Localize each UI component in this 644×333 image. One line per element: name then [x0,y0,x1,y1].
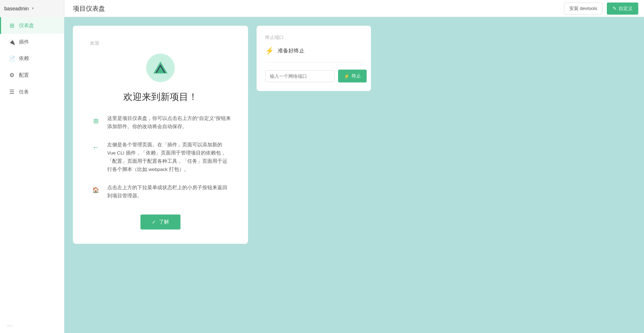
sidebar-item-dashboard-label: 仪表盘 [19,22,34,29]
plugins-icon: 🔌 [8,39,15,45]
deps-icon: 📄 [8,56,15,61]
main-content: 欢迎 欢迎来到新项目！ ⊞ 这里是项目仪表盘，你可以点击右上方的"自定义"按钮来… [64,17,644,333]
welcome-card: 欢迎 欢迎来到新项目！ ⊞ 这里是项目仪表盘，你可以点击右上方的"自定义"按钮来… [73,26,248,244]
config-icon: ⚙ [8,72,15,79]
terminal-card: 终止端口 ⚡ 准备好终止 ⚡ 终止 [257,26,371,91]
vue-logo [146,54,175,82]
sidebar-item-plugins[interactable]: 🔌 插件 [0,34,64,50]
terminal-section-label: 终止端口 [265,34,362,41]
status-text: 准备好终止 [278,47,304,54]
kill-lightning-icon: ⚡ [344,74,350,79]
check-icon: ✓ [152,219,156,225]
tip-text-2: 左侧是各个管理页面。在「插件」页面可以添加新的 Vue CLI 插件，「依赖」页… [107,141,231,174]
sidebar-item-config-label: 配置 [19,72,29,79]
install-devtools-button[interactable]: 安装 devtools [564,2,603,15]
welcome-section-label: 欢迎 [90,40,99,46]
sidebar-item-tasks-label: 任务 [19,89,29,95]
terminal-input-row: ⚡ 终止 [265,70,362,82]
tip-item-2: ← 左侧是各个管理页面。在「插件」页面可以添加新的 Vue CLI 插件，「依赖… [90,141,231,174]
tip-text-1: 这里是项目仪表盘，你可以点击右上方的"自定义"按钮来添加部件。你的改动将会自动保… [107,115,231,131]
project-selector[interactable]: baseadmin ▾ [0,0,64,17]
header-left: baseadmin ▾ 项目仪表盘 [0,0,105,17]
tip-arrow-icon: ← [90,142,101,153]
sidebar-more[interactable]: ... [0,316,64,333]
dashboard-icon: ⊞ [8,22,15,29]
status-lightning-icon: ⚡ [265,46,274,55]
project-selector-label: baseadmin [4,6,29,11]
header-right: 安装 devtools ✎ 自定义 [564,2,638,15]
tip-text-3: 点击左上方的下拉菜单或状态栏上的小房子按钮来返回到项目管理器。 [107,184,231,200]
sidebar-item-tasks[interactable]: ☰ 任务 [0,84,64,100]
tasks-icon: ☰ [8,89,15,95]
pencil-icon: ✎ [613,6,616,11]
terminal-status: ⚡ 准备好终止 [265,46,362,62]
sidebar-item-dashboard[interactable]: ⊞ 仪表盘 [0,17,64,34]
customize-button[interactable]: ✎ 自定义 [607,2,638,15]
chevron-down-icon: ▾ [32,6,34,11]
customize-label: 自定义 [619,5,633,12]
sidebar: ⊞ 仪表盘 🔌 插件 📄 依赖 ⚙ 配置 ☰ 任务 ... [0,17,64,333]
vue-logo-svg [153,60,168,76]
install-devtools-label: 安装 devtools [569,6,597,11]
sidebar-item-deps-label: 依赖 [19,55,29,62]
tip-dashboard-icon: ⊞ [90,115,101,127]
tip-home-icon: 🏠 [90,185,101,196]
got-it-button[interactable]: ✓ 了解 [140,215,180,229]
tip-item-3: 🏠 点击左上方的下拉菜单或状态栏上的小房子按钮来返回到项目管理器。 [90,184,231,200]
kill-button[interactable]: ⚡ 终止 [338,70,367,82]
sidebar-item-deps[interactable]: 📄 依赖 [0,50,64,67]
got-it-label: 了解 [159,219,169,225]
port-input[interactable] [265,70,335,82]
more-icon: ... [7,321,13,328]
kill-btn-label: 终止 [352,73,361,79]
sidebar-item-plugins-label: 插件 [19,39,29,45]
page-title: 项目仪表盘 [73,4,105,13]
app-body: ⊞ 仪表盘 🔌 插件 📄 依赖 ⚙ 配置 ☰ 任务 ... 欢迎 [0,17,644,333]
tip-item-1: ⊞ 这里是项目仪表盘，你可以点击右上方的"自定义"按钮来添加部件。你的改动将会自… [90,115,231,131]
welcome-title: 欢迎来到新项目！ [123,91,198,103]
header: baseadmin ▾ 项目仪表盘 安装 devtools ✎ 自定义 [0,0,644,17]
welcome-tips: ⊞ 这里是项目仪表盘，你可以点击右上方的"自定义"按钮来添加部件。你的改动将会自… [90,115,231,200]
sidebar-item-config[interactable]: ⚙ 配置 [0,67,64,84]
